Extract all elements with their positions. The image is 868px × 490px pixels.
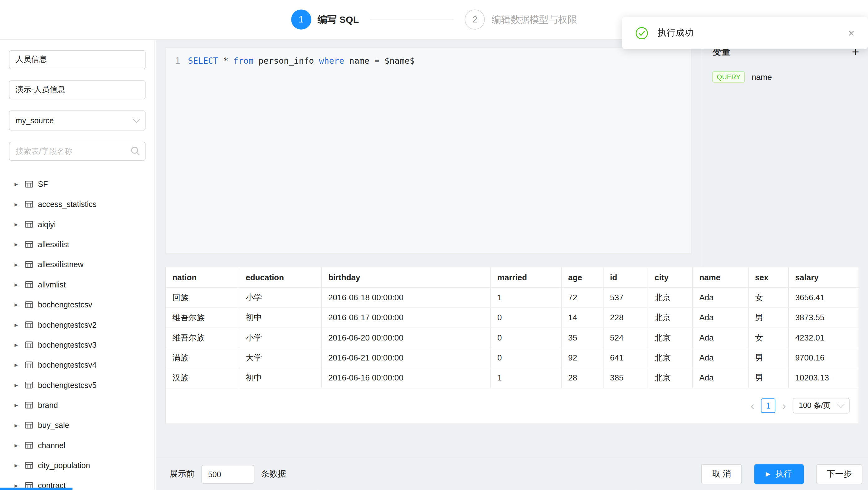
tree-item-allesxilistnew[interactable]: ▸ allesxilistnew bbox=[0, 254, 154, 274]
table-icon bbox=[25, 320, 34, 329]
table-icon bbox=[25, 380, 34, 390]
caret-right-icon: ▸ bbox=[14, 321, 22, 329]
table-icon bbox=[25, 200, 34, 209]
sidebar-horizontal-scrollbar[interactable] bbox=[0, 488, 72, 490]
tree-item-label: bochengtestcsv3 bbox=[38, 340, 97, 349]
table-cell: 2016-06-16 00:00:00 bbox=[321, 368, 491, 388]
code-token: person_info bbox=[253, 56, 319, 66]
line-number: 1 bbox=[166, 55, 180, 66]
cancel-button[interactable]: 取 消 bbox=[702, 464, 742, 484]
caret-right-icon: ▸ bbox=[14, 241, 22, 248]
results-tbody: 回族小学2016-06-18 00:00:00172537北京Ada女3656.… bbox=[166, 287, 860, 388]
tree-item-brand[interactable]: ▸ brand bbox=[0, 395, 154, 415]
next-page-icon[interactable]: › bbox=[781, 400, 787, 411]
tree-item-SF[interactable]: ▸ SF bbox=[0, 174, 154, 194]
table-search-input[interactable] bbox=[9, 142, 146, 161]
table-cell: 0 bbox=[491, 328, 561, 348]
table-cell: 回族 bbox=[166, 287, 239, 307]
table-cell: 1 bbox=[491, 287, 561, 307]
page-size-select[interactable]: 100 条/页 bbox=[793, 398, 849, 414]
main-area: 1 SELECT * from person_info where name =… bbox=[156, 40, 868, 490]
table-icon bbox=[25, 180, 34, 189]
datasource-select[interactable]: my_source bbox=[9, 111, 146, 130]
tree-item-channel[interactable]: ▸ channel bbox=[0, 435, 154, 455]
table-cell: 524 bbox=[603, 328, 648, 348]
caret-right-icon: ▸ bbox=[14, 421, 22, 429]
row-limit-input[interactable] bbox=[201, 464, 254, 484]
tree-item-bochengtestcsv[interactable]: ▸ bochengtestcsv bbox=[0, 295, 154, 315]
caret-right-icon: ▸ bbox=[14, 201, 22, 208]
column-header-city: city bbox=[648, 267, 692, 287]
table-icon bbox=[25, 300, 34, 309]
caret-right-icon: ▸ bbox=[14, 361, 22, 369]
table-search bbox=[9, 142, 146, 161]
table-cell: 72 bbox=[561, 287, 603, 307]
tree-item-aiqiyi[interactable]: ▸ aiqiyi bbox=[0, 214, 154, 235]
table-cell: 小学 bbox=[239, 287, 321, 307]
execute-button-label: 执行 bbox=[775, 469, 792, 480]
wizard-stepper: 1 编写 SQL 2 编辑数据模型与权限 bbox=[291, 9, 577, 29]
tree-item-label: SF bbox=[38, 180, 48, 189]
current-page-button[interactable]: 1 bbox=[761, 399, 775, 413]
table-cell: Ada bbox=[692, 307, 748, 327]
tree-item-buy_sale[interactable]: ▸ buy_sale bbox=[0, 415, 154, 435]
sql-editor[interactable]: 1 SELECT * from person_info where name =… bbox=[165, 48, 692, 254]
close-icon[interactable]: × bbox=[848, 27, 855, 39]
tree-item-bochengtestcsv4[interactable]: ▸ bochengtestcsv4 bbox=[0, 355, 154, 375]
table-cell: 3873.55 bbox=[788, 307, 860, 327]
table-cell: 0 bbox=[491, 348, 561, 368]
table-cell: 北京 bbox=[648, 287, 692, 307]
tree-item-access_statistics[interactable]: ▸ access_statistics bbox=[0, 194, 154, 214]
caret-right-icon: ▸ bbox=[14, 341, 22, 348]
caret-right-icon: ▸ bbox=[14, 180, 22, 188]
pagination: ‹ 1 › 100 条/页 bbox=[166, 388, 859, 423]
check-circle-icon bbox=[635, 27, 648, 39]
row-limit-suffix-label: 条数据 bbox=[261, 469, 286, 480]
tree-item-bochengtestcsv5[interactable]: ▸ bochengtestcsv5 bbox=[0, 375, 154, 395]
next-step-button[interactable]: 下一步 bbox=[816, 464, 862, 484]
tree-item-label: allesxilist bbox=[38, 240, 69, 249]
tree-item-label: allesxilistnew bbox=[38, 260, 84, 269]
execute-button[interactable]: ▶ 执行 bbox=[754, 464, 804, 484]
step-1-circle[interactable]: 1 bbox=[291, 9, 311, 29]
tree-item-allvmlist[interactable]: ▸ allvmlist bbox=[0, 275, 154, 295]
table-icon bbox=[25, 401, 34, 410]
caret-right-icon: ▸ bbox=[14, 301, 22, 309]
column-header-education: education bbox=[239, 267, 321, 287]
tree-item-label: buy_sale bbox=[38, 421, 69, 430]
table-tree: ▸ SF ▸ access_statistics ▸ bbox=[0, 174, 154, 490]
model-name-input[interactable] bbox=[9, 50, 146, 69]
tree-item-bochengtestcsv2[interactable]: ▸ bochengtestcsv2 bbox=[0, 315, 154, 335]
tree-item-city_population[interactable]: ▸ city_population bbox=[0, 455, 154, 475]
step-2-circle[interactable]: 2 bbox=[465, 9, 485, 29]
model-display-name-input[interactable] bbox=[9, 80, 146, 99]
step-2-label: 编辑数据模型与权限 bbox=[492, 13, 577, 26]
table-header-row: nationeducationbirthdaymarriedageidcityn… bbox=[166, 267, 860, 287]
table-cell: 9700.16 bbox=[788, 348, 860, 368]
tree-item-label: channel bbox=[38, 441, 65, 450]
variable-item[interactable]: QUERY name bbox=[712, 71, 859, 83]
code-line-content: SELECT * from person_info where name = $… bbox=[188, 55, 415, 66]
table-cell: Ada bbox=[692, 287, 748, 307]
column-header-id: id bbox=[603, 267, 648, 287]
column-header-sex: sex bbox=[748, 267, 788, 287]
variable-name: name bbox=[752, 72, 772, 82]
table-cell: 北京 bbox=[648, 307, 692, 327]
prev-page-icon[interactable]: ‹ bbox=[749, 400, 755, 411]
code-token: from bbox=[234, 56, 254, 66]
tree-item-label: city_population bbox=[38, 461, 90, 470]
chevron-down-icon bbox=[837, 400, 845, 408]
table-cell: 北京 bbox=[648, 368, 692, 388]
table-cell: 女 bbox=[748, 287, 788, 307]
column-header-birthday: birthday bbox=[321, 267, 491, 287]
tree-item-allesxilist[interactable]: ▸ allesxilist bbox=[0, 235, 154, 254]
tree-item-bochengtestcsv3[interactable]: ▸ bochengtestcsv3 bbox=[0, 335, 154, 355]
step-1-label: 编写 SQL bbox=[318, 13, 359, 26]
table-cell: 男 bbox=[748, 368, 788, 388]
code-line: 1 SELECT * from person_info where name =… bbox=[166, 55, 691, 66]
table-cell: 男 bbox=[748, 348, 788, 368]
table-cell: 4232.01 bbox=[788, 328, 860, 348]
table-cell: 满族 bbox=[166, 348, 239, 368]
tree-item-label: bochengtestcsv4 bbox=[38, 361, 97, 370]
table-cell: 28 bbox=[561, 368, 603, 388]
